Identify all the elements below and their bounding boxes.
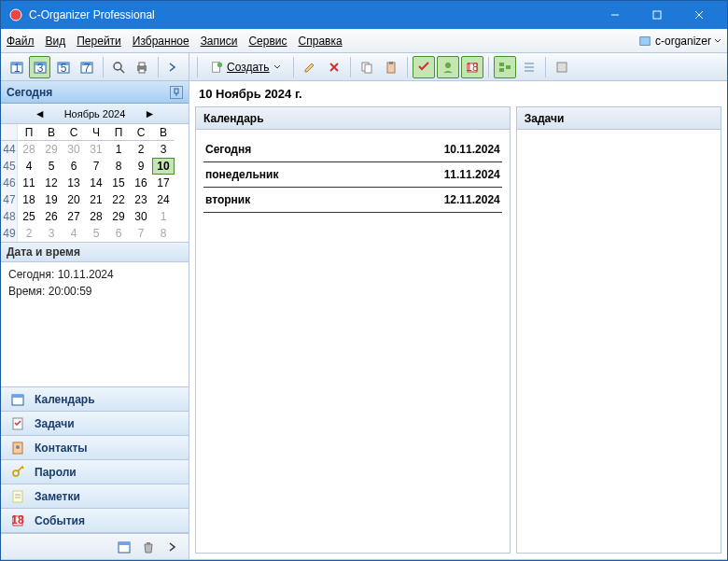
mini-calendar[interactable]: ПВСЧПСВ442829303112345456789104611121314… [1,124,189,242]
nav-item-label: События [35,514,85,527]
nav-item-passwords[interactable]: Пароли [1,460,189,484]
calendar-day[interactable]: 1 [152,208,175,225]
svg-rect-40 [557,63,567,72]
minimize-button[interactable] [594,1,636,29]
calendar-day[interactable]: 24 [152,191,175,208]
calendar-day[interactable]: 7 [130,225,152,242]
calendar-day[interactable]: 11 [18,175,40,191]
calendar-entry[interactable]: вторник12.11.2024 [203,188,502,213]
filter-events-button[interactable]: 18 [461,56,483,78]
calendar-day[interactable]: 28 [18,141,40,158]
calendar-day[interactable]: 1 [107,141,130,158]
view-3day-button[interactable]: 3 [29,56,50,78]
svg-point-24 [217,62,222,66]
menu-file[interactable]: Файл [7,35,35,48]
calendar-day[interactable]: 30 [63,141,85,158]
calendar-day[interactable]: 31 [85,141,107,158]
calendar-day[interactable]: 22 [107,191,130,208]
calendar-day[interactable]: 30 [130,208,152,225]
nav-item-label: Контакты [35,442,88,455]
calendar-day[interactable]: 7 [85,158,107,175]
today-view-button[interactable] [113,536,135,558]
pin-button[interactable] [170,86,183,99]
calendar-day[interactable]: 18 [18,191,40,208]
nav-item-tasks[interactable]: Задачи [1,412,189,436]
expand-right-button[interactable] [162,56,184,78]
calendar-day[interactable]: 4 [18,158,40,175]
maximize-button[interactable] [636,1,678,29]
calendar-day[interactable]: 5 [85,225,107,242]
today-header-label: Сегодня [7,86,52,99]
filter-contacts-button[interactable] [437,56,459,78]
calendar-day[interactable]: 23 [130,191,152,208]
menu-goto[interactable]: Перейти [77,35,121,48]
print-button[interactable] [132,56,153,78]
calendar-day[interactable]: 8 [152,225,175,242]
calendar-day[interactable]: 6 [107,225,130,242]
calendar-day[interactable]: 5 [40,158,63,175]
create-button[interactable]: Создать [203,56,287,78]
filter-tasks-button[interactable] [413,56,435,78]
menu-view[interactable]: Вид [46,35,66,48]
svg-rect-35 [499,68,504,72]
svg-text:5: 5 [61,62,67,75]
delete-button[interactable] [323,56,345,78]
calendar-day[interactable]: 12 [40,175,63,191]
menu-help[interactable]: Справка [299,35,343,48]
calendar-day[interactable]: 15 [107,175,130,191]
weekday-header: П [18,124,40,141]
nav-item-contacts[interactable]: Контакты [1,436,189,460]
edit-button[interactable] [299,56,321,78]
calendar-day[interactable]: 3 [152,141,175,158]
search-button[interactable] [108,56,130,78]
close-button[interactable] [678,1,720,29]
calendar-day[interactable]: 26 [40,208,63,225]
calendar-day[interactable]: 4 [63,225,85,242]
calendar-day[interactable]: 16 [130,175,152,191]
group-button[interactable] [494,56,516,78]
calendar-day[interactable]: 2 [18,225,40,242]
calendar-day[interactable]: 27 [63,208,85,225]
calendar-panel-label: Календарь [203,112,264,125]
passwords-icon [10,465,25,480]
nav-item-notes[interactable]: Заметки [1,484,189,509]
calendar-day[interactable]: 10 [152,158,175,175]
more-button[interactable] [161,536,184,558]
menu-entries[interactable]: Записи [201,35,238,48]
calendar-day[interactable]: 28 [85,208,107,225]
tasks-icon [10,416,25,431]
svg-rect-36 [506,65,511,69]
copy-button[interactable] [356,56,378,78]
svg-rect-41 [175,89,178,93]
calendar-day[interactable]: 19 [40,191,63,208]
calendar-day[interactable]: 3 [40,225,63,242]
menu-favorites[interactable]: Избранное [133,35,189,48]
list-button[interactable] [518,56,540,78]
prev-month-button[interactable]: ◄ [33,106,48,121]
paste-button[interactable] [380,56,402,78]
calendar-day[interactable]: 9 [130,158,152,175]
view-day-button[interactable]: 1 [6,56,27,78]
calendar-day[interactable]: 2 [130,141,152,158]
calendar-day[interactable]: 8 [107,158,130,175]
calendar-day[interactable]: 13 [63,175,85,191]
calendar-entry[interactable]: понедельник11.11.2024 [203,162,502,188]
trash-button[interactable] [137,536,160,558]
calendar-day[interactable]: 21 [85,191,107,208]
nav-item-calendar[interactable]: Календарь [1,387,189,412]
calendar-day[interactable]: 14 [85,175,107,191]
settings-button[interactable] [551,56,573,78]
calendar-day[interactable]: 25 [18,208,40,225]
calendar-day[interactable]: 6 [63,158,85,175]
calendar-day[interactable]: 17 [152,175,175,191]
view-week-button[interactable]: 7 [76,56,97,78]
nav-item-events[interactable]: 18События [1,509,189,533]
calendar-day[interactable]: 29 [40,141,63,158]
menu-service[interactable]: Сервис [248,35,287,48]
calendar-day[interactable]: 29 [107,208,130,225]
next-month-button[interactable]: ► [142,106,157,121]
view-5day-button[interactable]: 5 [52,56,74,78]
calendar-entry[interactable]: Сегодня10.11.2024 [203,137,502,162]
calendar-day[interactable]: 20 [63,191,85,208]
database-selector[interactable]: c-organizer [638,35,721,48]
